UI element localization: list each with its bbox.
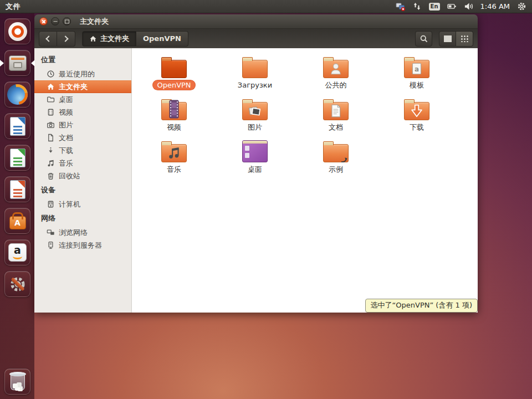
file-label: Загрузки [234, 80, 276, 90]
person-emblem [329, 62, 343, 76]
volume-icon[interactable] [464, 2, 473, 11]
launcher-firefox[interactable] [4, 81, 30, 108]
home-icon [89, 35, 97, 43]
session-gear-icon[interactable] [517, 2, 526, 11]
photo-emblem [248, 104, 262, 118]
network-browse-icon [47, 228, 55, 237]
unity-launcher: A a [0, 13, 34, 399]
launcher-ubuntu-dash[interactable] [4, 18, 30, 44]
home-icon [47, 83, 55, 91]
file-item-music[interactable]: 音乐 [134, 137, 214, 179]
download-icon [47, 146, 55, 155]
file-item-pictures[interactable]: 图片 [214, 95, 295, 137]
download-arrow-emblem [410, 104, 424, 118]
running-indicator-arrow [0, 60, 4, 66]
launcher-software-center[interactable]: A [4, 208, 30, 234]
network-offline-icon[interactable] [396, 2, 405, 11]
breadcrumb-openvpn[interactable]: OpenVPN [136, 31, 188, 47]
indicator-area: En 1:46 AM [396, 2, 526, 11]
sidebar-item-pictures[interactable]: 图片 [34, 119, 131, 131]
trash-bin-icon [11, 374, 25, 390]
global-menu-file[interactable]: 文件 [6, 2, 21, 12]
folder-icon [404, 102, 429, 120]
file-item-documents[interactable]: 文档 [295, 95, 376, 137]
launcher-amazon[interactable]: a [4, 239, 30, 265]
sync-arrows-icon[interactable] [412, 2, 422, 11]
sidebar-item-videos[interactable]: 视频 [34, 106, 131, 119]
sidebar-item-documents[interactable]: 文档 [34, 131, 131, 144]
file-item-openvpn[interactable]: OpenVPN [134, 53, 214, 95]
sidebar-item-downloads[interactable]: 下载 [34, 144, 131, 157]
folder-icon [242, 60, 268, 78]
battery-icon[interactable] [447, 2, 457, 11]
grid-view-button[interactable] [456, 31, 473, 47]
file-item-downloads[interactable]: 下载 [376, 95, 457, 137]
file-label: 模板 [406, 80, 428, 90]
icon-grid: OpenVPN Загрузки 公共的 模板 [134, 53, 457, 179]
template-emblem [410, 62, 424, 76]
launcher-trash[interactable] [4, 369, 30, 395]
maximize-button[interactable] [63, 17, 71, 25]
file-item-zagruzki[interactable]: Загрузки [214, 53, 295, 95]
file-view[interactable]: OpenVPN Загрузки 公共的 模板 [132, 48, 478, 313]
back-button[interactable] [39, 31, 57, 47]
file-item-videos[interactable]: 视频 [134, 95, 214, 137]
file-label: 图片 [244, 122, 266, 132]
file-label: 桌面 [244, 165, 266, 174]
amazon-icon: a [8, 243, 27, 262]
folder-icon [404, 60, 429, 78]
folder-icon [323, 60, 349, 78]
folder-icon [47, 95, 55, 104]
breadcrumb: 主文件夹 OpenVPN [82, 31, 188, 47]
launcher-files[interactable] [4, 50, 30, 76]
document-emblem [329, 104, 343, 118]
launcher-libreoffice-calc[interactable] [4, 145, 30, 171]
folder-icon [161, 102, 187, 120]
file-item-examples[interactable]: 示例 [295, 137, 376, 179]
breadcrumb-home[interactable]: 主文件夹 [82, 31, 136, 47]
launcher-libreoffice-writer[interactable] [4, 113, 30, 139]
sidebar-item-recent[interactable]: 最近使用的 [34, 68, 131, 80]
file-label: 文档 [325, 122, 347, 132]
sidebar-item-home[interactable]: 主文件夹 [34, 80, 131, 93]
search-icon [420, 34, 428, 43]
forward-arrow-icon [62, 35, 68, 42]
sidebar-item-trash[interactable]: 回收站 [34, 170, 131, 182]
file-item-desktop[interactable]: 桌面 [214, 137, 295, 179]
impress-presentation-icon [10, 180, 25, 199]
titlebar[interactable]: 主文件夹 [34, 14, 478, 29]
sidebar-item-desktop[interactable]: 桌面 [34, 93, 131, 106]
file-label: 公共的 [321, 80, 351, 90]
desktop-icon [242, 140, 268, 162]
sidebar-item-computer[interactable]: 计算机 [34, 198, 131, 211]
search-button[interactable] [415, 31, 432, 47]
window-title: 主文件夹 [80, 17, 109, 27]
sidebar-item-browse-network[interactable]: 浏览网络 [34, 226, 131, 239]
file-label: 音乐 [163, 165, 185, 174]
sidebar-item-connect-server[interactable]: 连接到服务器 [34, 239, 131, 252]
file-item-templates[interactable]: 模板 [376, 53, 457, 95]
list-view-button[interactable] [439, 31, 456, 47]
folder-icon [161, 60, 187, 78]
launcher-libreoffice-impress[interactable] [4, 176, 30, 202]
music-note-emblem [167, 146, 181, 160]
file-item-public[interactable]: 公共的 [295, 53, 376, 95]
shopping-bag-icon: A [9, 216, 26, 229]
forward-button[interactable] [57, 31, 75, 47]
close-button[interactable] [39, 17, 48, 25]
minimize-button[interactable] [51, 17, 59, 25]
calc-spreadsheet-icon [10, 149, 25, 167]
selection-status: 选中了“OpenVPN” (含有 1 项) [365, 299, 478, 313]
writer-document-icon [10, 117, 25, 136]
camera-icon [47, 121, 55, 129]
keyboard-layout-indicator[interactable]: En [429, 3, 440, 11]
launcher-system-settings[interactable] [4, 271, 30, 297]
clock[interactable]: 1:46 AM [480, 2, 510, 11]
gear-wrench-icon [8, 274, 28, 294]
file-cabinet-icon [9, 55, 27, 71]
clock-icon [47, 70, 55, 78]
sidebar-item-music[interactable]: 音乐 [34, 157, 131, 170]
trash-icon [47, 172, 55, 180]
file-label: 视频 [163, 122, 185, 132]
nav-buttons [39, 31, 75, 47]
